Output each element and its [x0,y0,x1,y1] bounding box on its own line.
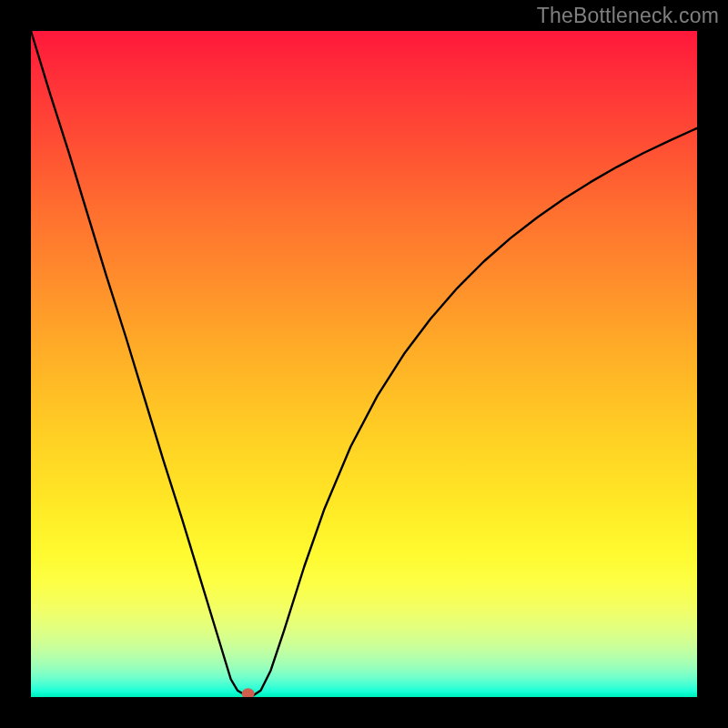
watermark-text: TheBottleneck.com [537,4,719,28]
plot-area [31,31,697,697]
bottleneck-curve [31,31,697,696]
minimum-marker [242,688,255,697]
chart-frame: TheBottleneck.com [0,0,728,728]
curve-svg [31,31,697,697]
